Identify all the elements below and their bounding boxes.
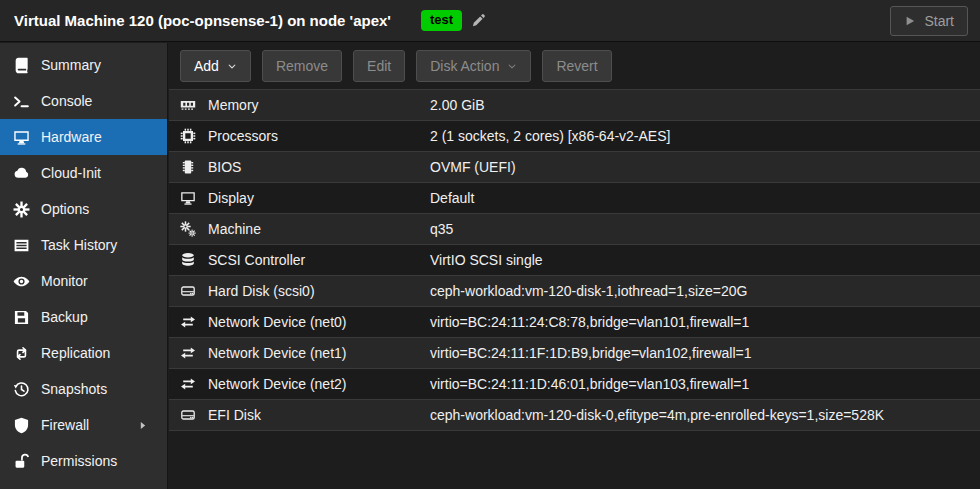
hardware-toolbar: AddRemoveEditDisk ActionRevert [169,43,980,89]
sidebar-item-task-history[interactable]: Task History [0,227,167,263]
revert-button[interactable]: Revert [542,50,611,82]
remove-button[interactable]: Remove [262,50,342,82]
database-icon [180,252,196,268]
sidebar-item-label: Cloud-Init [41,165,101,181]
play-icon [904,15,916,27]
hardware-row-value: OVMF (UEFI) [430,159,516,175]
sidebar-item-hardware[interactable]: Hardware [0,119,167,155]
exchange-icon [180,314,196,330]
cogs-icon [180,221,196,237]
button-label: Edit [367,58,391,74]
list-icon [13,237,30,254]
disk-action-button[interactable]: Disk Action [416,50,531,82]
hardware-row-network-device-net2[interactable]: Network Device (net2)virtio=BC:24:11:1D:… [169,369,980,400]
button-label: Revert [556,58,597,74]
edit-tag-pencil-icon[interactable] [471,13,486,28]
hardware-row-label: Processors [208,128,430,144]
sidebar-item-firewall[interactable]: Firewall [0,407,167,443]
vm-tag: test [421,10,462,31]
hardware-row-label: Network Device (net2) [208,376,430,392]
hdd-icon [180,283,196,299]
sidebar-item-permissions[interactable]: Permissions [0,443,167,479]
hardware-row-label: Machine [208,221,430,237]
hardware-row-label: Hard Disk (scsi0) [208,283,430,299]
hardware-row-network-device-net0[interactable]: Network Device (net0)virtio=BC:24:11:24:… [169,307,980,338]
sidebar-item-backup[interactable]: Backup [0,299,167,335]
sidebar-item-monitor[interactable]: Monitor [0,263,167,299]
sidebar-item-label: Task History [41,237,117,253]
hardware-row-display[interactable]: DisplayDefault [169,183,980,214]
sidebar-item-replication[interactable]: Replication [0,335,167,371]
sidebar-item-label: Firewall [41,417,89,433]
chevron-down-icon [227,62,237,71]
chevron-right-icon [138,420,148,431]
exchange-icon [180,345,196,361]
hardware-row-machine[interactable]: Machineq35 [169,214,980,245]
hardware-row-value: virtio=BC:24:11:24:C8:78,bridge=vlan101,… [430,314,749,330]
hardware-row-hard-disk-scsi0[interactable]: Hard Disk (scsi0)ceph-workload:vm-120-di… [169,276,980,307]
exchange-icon [180,376,196,392]
unlock-icon [13,453,30,470]
floppy-icon [13,309,30,326]
sidebar-item-cloud-init[interactable]: Cloud-Init [0,155,167,191]
sidebar-item-label: Replication [41,345,110,361]
microchip-icon [180,159,196,175]
button-label: Disk Action [430,58,499,74]
sidebar-item-label: Summary [41,57,101,73]
hardware-row-network-device-net1[interactable]: Network Device (net1)virtio=BC:24:11:1F:… [169,338,980,369]
hardware-row-label: Network Device (net0) [208,314,430,330]
page-title: Virtual Machine 120 (poc-opnsense-1) on … [14,12,391,29]
hardware-row-value: VirtIO SCSI single [430,252,543,268]
hardware-row-value: ceph-workload:vm-120-disk-0,efitype=4m,p… [430,407,884,423]
sidebar-item-label: Permissions [41,453,117,469]
hardware-row-memory[interactable]: Memory2.00 GiB [169,90,980,121]
content-panel: AddRemoveEditDisk ActionRevert Memory2.0… [169,43,980,489]
hardware-row-label: Network Device (net1) [208,345,430,361]
cloud-icon [13,165,30,182]
terminal-icon [13,93,30,110]
sidebar-item-label: Monitor [41,273,88,289]
hardware-row-value: virtio=BC:24:11:1D:46:01,bridge=vlan103,… [430,376,749,392]
start-button-label: Start [924,13,954,29]
edit-button[interactable]: Edit [353,50,405,82]
cpu-icon [180,128,196,144]
sidebar-item-console[interactable]: Console [0,83,167,119]
sidebar-item-label: Console [41,93,92,109]
hardware-row-value: virtio=BC:24:11:1F:1D:B9,bridge=vlan102,… [430,345,752,361]
memory-icon [180,97,196,113]
hardware-row-processors[interactable]: Processors2 (1 sockets, 2 cores) [x86-64… [169,121,980,152]
hardware-row-label: Display [208,190,430,206]
hardware-row-label: Memory [208,97,430,113]
sidebar-item-options[interactable]: Options [0,191,167,227]
sidebar-item-label: Snapshots [41,381,107,397]
hardware-row-efi-disk[interactable]: EFI Diskceph-workload:vm-120-disk-0,efit… [169,400,980,431]
hardware-row-bios[interactable]: BIOSOVMF (UEFI) [169,152,980,183]
hardware-row-value: 2 (1 sockets, 2 cores) [x86-64-v2-AES] [430,128,670,144]
hardware-row-value: 2.00 GiB [430,97,484,113]
sidebar: SummaryConsoleHardwareCloud-InitOptionsT… [0,43,168,489]
proxmox-vm-window: Virtual Machine 120 (poc-opnsense-1) on … [0,0,980,489]
sidebar-item-summary[interactable]: Summary [0,47,167,83]
monitor-icon [13,129,30,146]
hardware-row-label: SCSI Controller [208,252,430,268]
button-label: Remove [276,58,328,74]
start-button[interactable]: Start [890,6,968,36]
hardware-row-label: EFI Disk [208,407,430,423]
hardware-row-value: ceph-workload:vm-120-disk-1,iothread=1,s… [430,283,748,299]
page-header: Virtual Machine 120 (poc-opnsense-1) on … [0,0,980,42]
button-label: Add [194,58,219,74]
sidebar-item-label: Backup [41,309,88,325]
book-icon [13,57,30,74]
hdd-icon [180,407,196,423]
hardware-row-scsi-controller[interactable]: SCSI ControllerVirtIO SCSI single [169,245,980,276]
sidebar-item-label: Hardware [41,129,102,145]
retweet-icon [13,345,30,362]
sidebar-item-snapshots[interactable]: Snapshots [0,371,167,407]
sidebar-item-label: Options [41,201,89,217]
hardware-row-value: q35 [430,221,453,237]
hardware-table: Memory2.00 GiBProcessors2 (1 sockets, 2 … [169,89,980,431]
history-icon [13,381,30,398]
hardware-row-label: BIOS [208,159,430,175]
chevron-down-icon [507,62,517,71]
add-button[interactable]: Add [180,50,251,82]
